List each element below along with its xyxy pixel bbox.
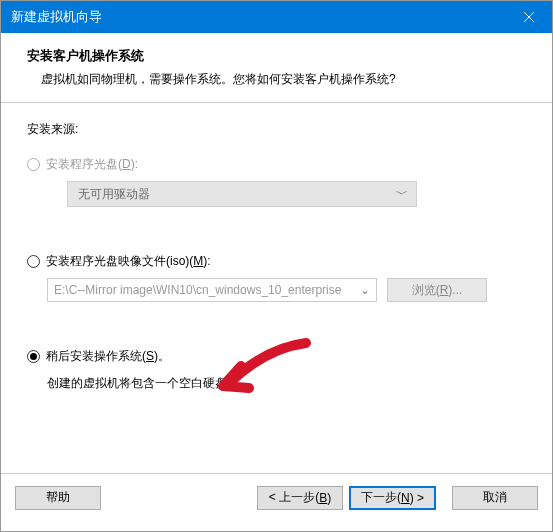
- help-button[interactable]: 帮助: [15, 486, 101, 510]
- titlebar: 新建虚拟机向导: [1, 1, 552, 33]
- option-disc-section: 安装程序光盘(D): 无可用驱动器 ﹀: [27, 156, 526, 207]
- chevron-down-icon: ⌄: [360, 283, 370, 297]
- radio-later[interactable]: [27, 350, 40, 363]
- next-button[interactable]: 下一步(N) >: [349, 486, 436, 510]
- option-iso[interactable]: 安装程序光盘映像文件(iso)(M):: [27, 253, 526, 270]
- page-subtitle: 虚拟机如同物理机，需要操作系统。您将如何安装客户机操作系统?: [27, 71, 526, 88]
- option-later-hint: 创建的虚拟机将包含一个空白硬盘。: [47, 375, 526, 392]
- page-title: 安装客户机操作系统: [27, 47, 526, 65]
- option-later-section: 稍后安装操作系统(S)。 创建的虚拟机将包含一个空白硬盘。: [27, 348, 526, 392]
- wizard-footer: 帮助 < 上一步(B) 下一步(N) > 取消: [1, 473, 552, 521]
- drive-dropdown[interactable]: 无可用驱动器 ﹀: [67, 181, 417, 207]
- iso-path-input[interactable]: E:\C--Mirror image\WIN10\cn_windows_10_e…: [47, 278, 377, 302]
- option-later-label: 稍后安装操作系统(S)。: [46, 348, 170, 365]
- close-button[interactable]: [506, 1, 552, 33]
- install-source-label: 安装来源:: [27, 121, 526, 138]
- option-iso-section: 安装程序光盘映像文件(iso)(M): E:\C--Mirror image\W…: [27, 253, 526, 302]
- option-disc-label: 安装程序光盘(D):: [46, 156, 138, 173]
- radio-disc[interactable]: [27, 158, 40, 171]
- drive-dropdown-text: 无可用驱动器: [78, 186, 150, 203]
- close-icon: [524, 12, 534, 22]
- back-button[interactable]: < 上一步(B): [257, 486, 343, 510]
- cancel-button[interactable]: 取消: [452, 486, 538, 510]
- wizard-header: 安装客户机操作系统 虚拟机如同物理机，需要操作系统。您将如何安装客户机操作系统?: [1, 33, 552, 103]
- radio-iso[interactable]: [27, 255, 40, 268]
- iso-path-text: E:\C--Mirror image\WIN10\cn_windows_10_e…: [54, 283, 341, 297]
- option-iso-label: 安装程序光盘映像文件(iso)(M):: [46, 253, 211, 270]
- window-title: 新建虚拟机向导: [11, 8, 102, 26]
- content-area: 安装来源: 安装程序光盘(D): 无可用驱动器 ﹀ 安装程序光盘映像文件(iso…: [1, 103, 552, 473]
- browse-button[interactable]: 浏览(R)...: [387, 278, 487, 302]
- option-later[interactable]: 稍后安装操作系统(S)。: [27, 348, 526, 365]
- option-disc[interactable]: 安装程序光盘(D):: [27, 156, 526, 173]
- chevron-down-icon: ﹀: [396, 186, 408, 203]
